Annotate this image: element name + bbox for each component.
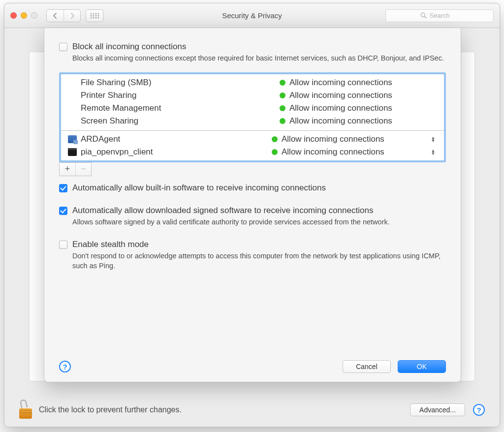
window-bottombar: Click the lock to prevent further change…: [4, 393, 500, 427]
traffic-lights: [10, 12, 37, 19]
status-text: Allow incoming connections: [289, 78, 437, 88]
block-all-option: Block all incoming connections Blocks al…: [59, 42, 446, 63]
block-all-description: Blocks all incoming connections except t…: [72, 54, 446, 63]
search-icon: [420, 12, 427, 19]
help-button[interactable]: ?: [59, 361, 71, 372]
stealth-label: Enable stealth mode: [72, 240, 446, 249]
cancel-button[interactable]: Cancel: [343, 360, 391, 373]
svg-point-4: [91, 15, 92, 16]
status-dot-icon: [272, 136, 278, 142]
stealth-checkbox[interactable]: [59, 241, 67, 249]
status-text: Allow incoming connections: [282, 134, 429, 144]
search-input[interactable]: [430, 12, 459, 19]
status-dot-icon: [280, 80, 285, 86]
minimize-icon[interactable]: [21, 12, 27, 19]
forward-button[interactable]: [63, 10, 80, 22]
block-all-label: Block all incoming connections: [72, 42, 446, 52]
lock-icon[interactable]: [18, 401, 32, 419]
list-divider: [61, 130, 444, 131]
status-popup-stepper[interactable]: ▲ ▼: [429, 149, 437, 155]
service-name: File Sharing (SMB): [81, 78, 280, 88]
service-row[interactable]: Remote Management Allow incoming connect…: [61, 102, 444, 115]
svg-point-11: [98, 17, 99, 18]
svg-point-8: [91, 17, 92, 18]
allow-signed-description: Allows software signed by a valid certif…: [72, 217, 446, 227]
svg-point-10: [95, 17, 97, 18]
app-row[interactable]: pia_openvpn_client Allow incoming connec…: [61, 146, 444, 158]
svg-point-1: [93, 13, 94, 14]
app-name: ARDAgent: [81, 134, 272, 144]
allow-signed-label: Automatically allow downloaded signed so…: [72, 206, 446, 216]
service-name: Screen Sharing: [81, 116, 280, 126]
service-row[interactable]: File Sharing (SMB) Allow incoming connec…: [61, 76, 444, 89]
svg-point-3: [98, 13, 99, 14]
chevron-down-icon: ▼: [431, 152, 436, 155]
sheet-footer: ? Cancel OK: [59, 360, 446, 373]
app-name: pia_openvpn_client: [81, 147, 272, 157]
nav-back-forward: [46, 9, 81, 22]
remove-button[interactable]: −: [75, 163, 91, 176]
service-name: Printer Sharing: [81, 91, 280, 100]
service-row[interactable]: Screen Sharing Allow incoming connection…: [61, 115, 444, 127]
status-dot-icon: [280, 105, 285, 111]
allow-builtin-checkbox[interactable]: [59, 184, 67, 192]
svg-point-9: [93, 17, 94, 18]
add-remove-segment: + −: [59, 162, 92, 176]
block-all-checkbox[interactable]: [59, 43, 67, 51]
svg-point-0: [91, 13, 92, 14]
add-button[interactable]: +: [60, 163, 75, 176]
status-popup-stepper[interactable]: ▲ ▼: [429, 136, 437, 142]
allow-signed-checkbox[interactable]: [59, 207, 67, 215]
allow-builtin-option: Automatically allow built-in software to…: [59, 183, 446, 193]
preferences-window: Security & Privacy Block all incoming co…: [4, 3, 500, 427]
svg-point-5: [93, 15, 94, 16]
status-dot-icon: [272, 149, 278, 155]
lock-text: Click the lock to prevent further change…: [39, 405, 182, 414]
titlebar: Security & Privacy: [4, 3, 500, 28]
status-text: Allow incoming connections: [289, 116, 437, 126]
firewall-options-sheet: Block all incoming connections Blocks al…: [44, 28, 461, 382]
app-row[interactable]: ARDAgent Allow incoming connections ▲ ▼: [61, 133, 444, 146]
close-icon[interactable]: [10, 12, 17, 19]
status-text: Allow incoming connections: [282, 147, 429, 157]
svg-line-13: [424, 16, 426, 18]
show-all-segment: [86, 9, 103, 22]
svg-point-6: [95, 15, 97, 16]
stealth-description: Don't respond to or acknowledge attempts…: [72, 251, 446, 271]
app-icon: [68, 135, 77, 143]
show-all-button[interactable]: [86, 10, 103, 22]
back-button[interactable]: [47, 10, 63, 22]
maximize-icon: [31, 12, 37, 19]
svg-point-2: [95, 13, 97, 14]
advanced-button[interactable]: Advanced...: [410, 403, 465, 416]
firewall-app-list[interactable]: File Sharing (SMB) Allow incoming connec…: [59, 72, 446, 162]
status-dot-icon: [280, 93, 285, 98]
search-field[interactable]: [385, 9, 494, 22]
service-row[interactable]: Printer Sharing Allow incoming connectio…: [61, 89, 444, 102]
status-text: Allow incoming connections: [289, 103, 437, 113]
svg-point-7: [98, 15, 99, 16]
chevron-down-icon: ▼: [431, 139, 436, 142]
status-dot-icon: [280, 118, 285, 124]
allow-builtin-label: Automatically allow built-in software to…: [72, 183, 446, 193]
stealth-option: Enable stealth mode Don't respond to or …: [59, 240, 446, 271]
help-button[interactable]: ?: [473, 404, 485, 416]
ok-button[interactable]: OK: [398, 360, 446, 373]
status-text: Allow incoming connections: [289, 91, 437, 100]
service-name: Remote Management: [81, 103, 280, 113]
allow-signed-option: Automatically allow downloaded signed so…: [59, 206, 446, 227]
app-icon: [68, 148, 77, 156]
